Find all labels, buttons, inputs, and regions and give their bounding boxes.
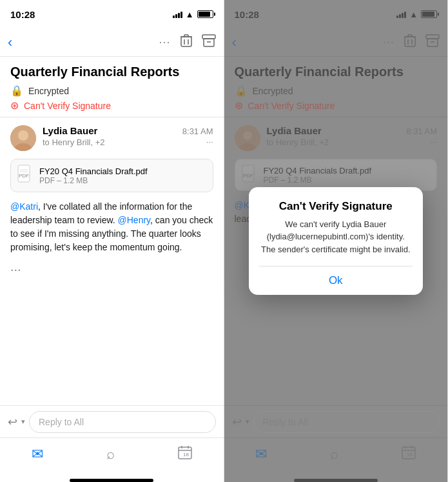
signature-row-left[interactable]: ⊛ Can't Verify Signature: [10, 99, 213, 112]
attachment-size-left: PDF – 1.2 MB: [39, 176, 148, 185]
cant-verify-dialog: Can't Verify Signature We can't verify L…: [249, 187, 423, 296]
svg-rect-0: [181, 37, 191, 46]
mail-tab-icon-left: ✉: [32, 446, 43, 463]
attachment-name-left: FY20 Q4 Financials Draft.pdf: [39, 166, 148, 176]
reply-chevron-left[interactable]: ▾: [21, 417, 25, 426]
encrypted-row-left: 🔒 Encrypted: [10, 85, 213, 97]
attachment-left[interactable]: PDF FY20 Q4 Financials Draft.pdf PDF – 1…: [10, 159, 213, 192]
search-tab-icon-left: ⌕: [106, 446, 115, 463]
tab-bar-left: ✉ ⌕ 18: [0, 437, 224, 476]
sender-row-left: Lydia Bauer 8:31 AM to Henry Brill, +2 ·…: [10, 125, 213, 151]
nav-bar-left: ‹ ···: [0, 28, 224, 57]
trash-button-left[interactable]: [180, 34, 193, 51]
email-body-left: @Katri, I've collated all the informatio…: [10, 200, 213, 254]
reply-placeholder-left: Reply to All: [39, 417, 84, 427]
email-content-left: Lydia Bauer 8:31 AM to Henry Brill, +2 ·…: [0, 117, 224, 405]
svg-rect-7: [202, 35, 215, 39]
tab-search-left[interactable]: ⌕: [106, 446, 115, 463]
dialog-ok-button[interactable]: Ok: [259, 266, 413, 295]
home-indicator-left: [70, 479, 153, 482]
right-panel: 10:28 ▲ ‹ ···: [224, 0, 449, 482]
signature-label-left: Can't Verify Signature: [24, 101, 111, 111]
more-options-button-left[interactable]: ···: [159, 35, 170, 49]
dialog-message: We can't verify Lydia Bauer (lydia@lucer…: [259, 218, 413, 256]
warning-icon-left: ⊛: [10, 99, 19, 112]
sender-name-row-left: Lydia Bauer 8:31 AM: [43, 125, 213, 136]
reply-bar-left: ↩ ▾ Reply to All: [0, 405, 224, 437]
wifi-icon-left: ▲: [186, 10, 194, 19]
pdf-icon-left: PDF: [17, 165, 33, 186]
mail-header-left: Quarterly Financial Reports 🔒 Encrypted …: [0, 57, 224, 117]
sender-to-left: to Henry Brill, +2: [43, 137, 104, 147]
archive-button-left[interactable]: [202, 34, 216, 50]
back-button-left[interactable]: ‹: [8, 34, 12, 51]
status-bar-left: 10:28 ▲: [0, 0, 224, 28]
tab-mail-left[interactable]: ✉: [32, 446, 43, 463]
signal-icon-left: [173, 10, 182, 18]
svg-rect-8: [204, 39, 214, 46]
mention-henry-left: @Henry: [118, 215, 151, 225]
dialog-overlay: Can't Verify Signature We can't verify L…: [224, 0, 448, 482]
left-panel: 10:28 ▲ ‹ ···: [0, 0, 224, 482]
dialog-title: Can't Verify Signature: [259, 200, 413, 213]
tab-calendar-left[interactable]: 18: [178, 445, 192, 463]
send-time-left: 8:31 AM: [182, 126, 213, 136]
lock-icon-left: 🔒: [10, 85, 23, 97]
reply-icon-left: ↩: [8, 415, 17, 429]
nav-icons-left: ···: [159, 34, 215, 51]
more-options-sender-left[interactable]: ···: [206, 137, 213, 146]
mention-katri-left: @Katri: [10, 201, 38, 212]
avatar-left: [10, 125, 36, 151]
battery-icon-left: [197, 10, 213, 18]
svg-point-13: [19, 131, 28, 140]
attachment-info-left: FY20 Q4 Financials Draft.pdf PDF – 1.2 M…: [39, 166, 148, 185]
sender-name-left: Lydia Bauer: [43, 125, 97, 136]
time-left: 10:28: [10, 9, 173, 20]
reply-input-left[interactable]: Reply to All: [29, 411, 216, 433]
svg-text:PDF: PDF: [19, 173, 29, 179]
encrypted-label-left: Encrypted: [28, 86, 69, 96]
sender-info-left: Lydia Bauer 8:31 AM to Henry Brill, +2 ·…: [43, 125, 213, 147]
status-icons-left: ▲: [173, 10, 213, 19]
svg-text:18: 18: [183, 452, 189, 457]
more-dots-left[interactable]: ···: [10, 262, 213, 277]
mail-subject-left: Quarterly Financial Reports: [10, 65, 213, 79]
calendar-tab-icon-left: 18: [178, 445, 192, 463]
